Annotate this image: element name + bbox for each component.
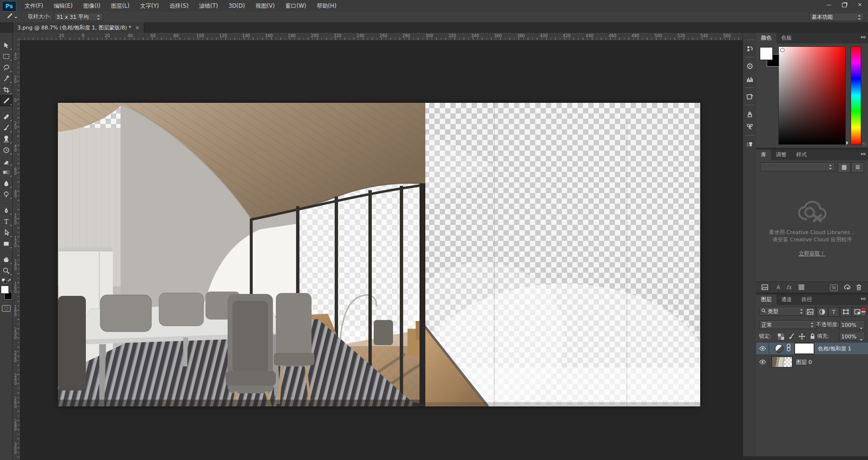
visibility-toggle[interactable] — [756, 343, 769, 354]
clone-source-panel-icon[interactable] — [743, 138, 757, 151]
panel-menu-icon[interactable]: ▾≡ — [861, 35, 866, 40]
filter-pixel-icon[interactable] — [804, 307, 816, 317]
panel-group-grip[interactable] — [743, 38, 757, 42]
ruler-origin-corner[interactable] — [13, 33, 20, 40]
filter-type-icon[interactable]: T — [828, 307, 840, 317]
move-tool[interactable] — [0, 40, 13, 51]
panel-menu-icon[interactable]: ▾≡ — [861, 296, 866, 301]
measurement-panel-icon[interactable] — [743, 120, 757, 133]
visibility-toggle[interactable] — [756, 356, 769, 368]
tab-lib-调整[interactable]: 调整 — [771, 150, 791, 160]
menu-item-5[interactable]: 文字(Y) — [135, 0, 164, 12]
pen-tool[interactable] — [0, 205, 13, 216]
menu-item-10[interactable]: 窗口(W) — [280, 0, 312, 12]
filter-shape-icon[interactable] — [840, 307, 852, 317]
panel-group-grip[interactable] — [743, 85, 757, 90]
menu-item-11[interactable]: 帮助(H) — [312, 0, 342, 12]
panel-resize-grip[interactable] — [863, 142, 867, 146]
foreground-color-swatch[interactable] — [760, 47, 773, 60]
panel-group-grip[interactable] — [743, 55, 757, 59]
tool-preset-picker[interactable] — [2, 13, 22, 21]
blend-mode-select[interactable]: 正常 — [759, 321, 817, 329]
rectangle-shape-tool[interactable] — [0, 238, 13, 249]
clone-stamp-tool[interactable] — [0, 133, 13, 144]
foreground-background-colors[interactable] — [1, 286, 12, 302]
layer-thumbnail[interactable] — [772, 357, 792, 367]
histogram-panel-icon[interactable] — [743, 72, 757, 85]
tab-color-色板[interactable]: 色板 — [776, 33, 797, 43]
panel-menu-icon[interactable]: ▾≡ — [861, 152, 866, 156]
graphic-icon[interactable] — [760, 283, 770, 292]
character-style-A-icon[interactable]: A — [773, 283, 783, 292]
type-tool[interactable]: T — [0, 216, 13, 227]
opacity-input[interactable]: 100% — [839, 321, 865, 329]
navigator-panel-icon[interactable] — [743, 59, 757, 72]
menu-item-7[interactable]: 滤镜(T) — [194, 0, 223, 12]
tab-layers-图层[interactable]: 图层 — [756, 294, 776, 305]
adjustment-layer-icon[interactable] — [775, 344, 784, 353]
tool-presets-panel-icon[interactable] — [743, 107, 757, 120]
color-swatch-icon[interactable] — [797, 283, 806, 292]
color-cursor[interactable] — [780, 48, 785, 52]
canvas-image[interactable] — [58, 103, 700, 406]
blur-tool[interactable] — [0, 178, 13, 189]
tab-close-icon[interactable]: × — [135, 25, 139, 31]
menu-item-6[interactable]: 选择(S) — [164, 0, 194, 12]
workspace-switcher[interactable]: 基本功能 — [809, 13, 864, 21]
get-cc-link[interactable]: 立即获取！ — [799, 250, 826, 257]
horizontal-ruler[interactable]: 2002040608010012014016018020022024026028… — [19, 33, 743, 40]
saturation-brightness-picker[interactable] — [778, 46, 846, 145]
quick-mask-button[interactable] — [2, 305, 11, 312]
eyedropper-tool[interactable] — [0, 95, 13, 106]
filter-adjustment-icon[interactable] — [816, 307, 828, 317]
layer-style-fx-icon[interactable]: fx — [784, 283, 794, 292]
brush-tool[interactable] — [0, 122, 13, 133]
tab-color-颜色[interactable]: 颜色 — [756, 33, 776, 43]
vertical-ruler[interactable]: 4020020406080100120140160180200220240260… — [13, 40, 20, 460]
tab-layers-路径[interactable]: 路径 — [797, 294, 817, 305]
lock-transparent-icon[interactable] — [776, 333, 785, 340]
hand-tool[interactable] — [0, 254, 13, 265]
lock-all-icon[interactable] — [808, 333, 817, 340]
tab-lib-样式[interactable]: 样式 — [791, 150, 812, 160]
zoom-tool[interactable] — [0, 265, 13, 276]
layer-row[interactable]: 色相/饱和度 1 — [756, 343, 868, 354]
menu-item-2[interactable]: 编辑(E) — [49, 0, 78, 12]
eraser-tool[interactable] — [0, 155, 13, 167]
list-view-button[interactable]: ≣ — [851, 162, 864, 173]
history-brush-tool[interactable] — [0, 144, 13, 155]
canvas-area[interactable]: 2002040608010012014016018020022024026028… — [13, 33, 743, 460]
layer-mask-thumbnail[interactable] — [795, 343, 814, 354]
menu-item-1[interactable]: 文件(F) — [19, 0, 49, 12]
document-tab[interactable]: 3.png @ 88.7% (色相/饱和度 1, 图层蒙版/8) * × — [14, 22, 144, 33]
history-panel-icon[interactable] — [743, 42, 757, 55]
tab-lib-库[interactable]: 库 — [756, 150, 771, 160]
menu-item-4[interactable]: 图层(L) — [106, 0, 135, 12]
rectangular-marquee-tool[interactable] — [0, 51, 13, 62]
menu-item-9[interactable]: 视图(V) — [250, 0, 280, 12]
lasso-tool[interactable] — [0, 62, 13, 73]
cc-sync-icon[interactable] — [842, 283, 853, 292]
menu-item-3[interactable]: 图像(I) — [78, 0, 106, 12]
filter-toggle[interactable] — [861, 307, 866, 317]
gradient-tool[interactable] — [0, 167, 13, 178]
trash-icon[interactable] — [854, 283, 864, 292]
tab-layers-通道[interactable]: 通道 — [776, 294, 797, 305]
magic-wand-tool[interactable] — [0, 73, 13, 84]
lock-position-icon[interactable] — [798, 333, 806, 340]
dodge-tool[interactable] — [0, 189, 13, 200]
lock-pixels-icon[interactable] — [787, 333, 796, 340]
library-select[interactable] — [760, 163, 835, 171]
panel-group-grip[interactable] — [743, 133, 757, 138]
foreground-color-swatch[interactable] — [1, 286, 9, 293]
layer-filter-kind-select[interactable]: 类型 — [759, 307, 806, 316]
hue-ramp[interactable] — [851, 46, 861, 145]
notes-panel-icon[interactable] — [743, 90, 757, 103]
swap-colors-icon[interactable] — [0, 277, 13, 284]
panel-group-grip[interactable] — [743, 103, 757, 107]
minimize-button[interactable]: — — [822, 1, 836, 10]
path-selection-tool[interactable] — [0, 227, 13, 238]
menu-item-8[interactable]: 3D(D) — [223, 0, 250, 12]
grid-view-button[interactable]: ▦ — [838, 162, 851, 173]
stock-icon[interactable]: St — [828, 283, 839, 292]
